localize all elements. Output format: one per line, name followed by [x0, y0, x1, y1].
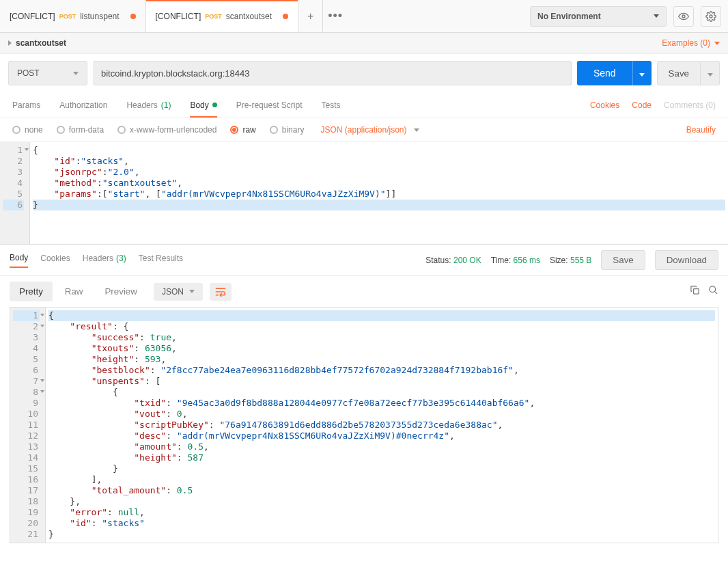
- size-value: 555 B: [570, 256, 591, 265]
- radio-icon: [117, 126, 126, 134]
- radio-urlencoded[interactable]: x-www-form-urlencoded: [117, 125, 216, 135]
- radio-none[interactable]: none: [12, 125, 43, 135]
- cookies-link[interactable]: Cookies: [590, 100, 619, 110]
- chevron-down-icon: [708, 73, 713, 77]
- tab-listunspent[interactable]: [CONFLICT] POST listunspent: [0, 0, 146, 32]
- response-view-row: Pretty Raw Preview JSON: [0, 276, 728, 307]
- chevron-down-icon: [654, 14, 659, 18]
- send-options-button[interactable]: [632, 61, 652, 85]
- radio-label: raw: [242, 125, 255, 135]
- response-tab-body[interactable]: Body: [10, 253, 28, 268]
- wrap-lines-button[interactable]: [210, 283, 232, 301]
- svg-point-1: [710, 15, 712, 18]
- response-tabs-row: Body Cookies Headers (3) Test Results St…: [0, 245, 728, 276]
- time-container: Time: 656 ms: [491, 256, 540, 265]
- radio-icon: [270, 126, 278, 134]
- response-tab-headers[interactable]: Headers (3): [83, 253, 126, 268]
- chevron-down-icon: [73, 72, 79, 75]
- method-badge: POST: [205, 13, 222, 20]
- url-input[interactable]: [93, 61, 572, 85]
- tab-headers[interactable]: Headers (1): [126, 92, 171, 118]
- tab-authorization[interactable]: Authorization: [59, 92, 107, 118]
- environment-dropdown[interactable]: No Environment: [530, 6, 667, 27]
- chevron-down-icon: [639, 73, 645, 77]
- conflict-label: [CONFLICT]: [156, 12, 201, 21]
- response-body-editor[interactable]: 123456789101112131415161718192021 { "res…: [10, 307, 718, 543]
- editor-content: { "id":"stacks", "jsonrpc":"2.0", "metho…: [30, 142, 728, 244]
- tab-title: scantxoutset: [226, 12, 272, 21]
- environment-area: No Environment: [523, 6, 728, 27]
- chevron-down-icon: [714, 42, 720, 45]
- radio-label: form-data: [69, 125, 104, 135]
- response-content: { "result": { "success": true, "txouts":…: [46, 308, 718, 543]
- svg-point-5: [710, 286, 716, 292]
- breadcrumb[interactable]: scantxoutset: [8, 38, 66, 48]
- copy-button[interactable]: [690, 285, 700, 298]
- time-label: Time:: [491, 256, 512, 265]
- radio-raw[interactable]: raw: [230, 125, 255, 135]
- status-label: Status:: [425, 256, 451, 265]
- send-button[interactable]: Send: [577, 61, 632, 85]
- search-response-button[interactable]: [708, 285, 718, 298]
- dirty-dot-icon: [130, 14, 136, 19]
- body-indicator-icon: [212, 103, 217, 107]
- collection-name: scantxoutset: [16, 38, 66, 48]
- top-bar: [CONFLICT] POST listunspent [CONFLICT] P…: [0, 0, 728, 33]
- save-response-button[interactable]: Save: [601, 250, 645, 270]
- save-button[interactable]: Save: [657, 61, 701, 85]
- tab-params[interactable]: Params: [12, 92, 40, 118]
- tab-body[interactable]: Body: [190, 92, 216, 118]
- request-body-editor[interactable]: 123456 { "id":"stacks", "jsonrpc":"2.0",…: [0, 142, 728, 245]
- caret-right-icon: [8, 40, 12, 46]
- svg-point-0: [682, 15, 685, 18]
- response-type-dropdown[interactable]: JSON: [154, 283, 203, 301]
- method-label: POST: [17, 68, 40, 78]
- tab-scantxoutset[interactable]: [CONFLICT] POST scantxoutset: [146, 0, 299, 32]
- code-link[interactable]: Code: [632, 100, 652, 110]
- svg-line-6: [714, 291, 717, 294]
- tab-tests[interactable]: Tests: [321, 92, 340, 118]
- response-tab-cookies[interactable]: Cookies: [40, 253, 70, 268]
- radio-label: x-www-form-urlencoded: [130, 125, 216, 135]
- search-icon: [708, 285, 718, 295]
- chevron-down-icon: [414, 128, 419, 132]
- tab-title: listunspent: [80, 12, 119, 21]
- save-options-button[interactable]: [701, 61, 720, 85]
- view-preview[interactable]: Preview: [95, 282, 146, 301]
- svg-rect-4: [694, 289, 699, 295]
- more-tabs-button[interactable]: •••: [323, 0, 348, 32]
- radio-formdata[interactable]: form-data: [57, 125, 104, 135]
- response-type-label: JSON: [162, 287, 184, 297]
- status-container: Status: 200 OK: [425, 256, 481, 265]
- request-url-row: POST Send Save: [0, 54, 728, 92]
- breadcrumb-row: scantxoutset Examples (0): [0, 33, 728, 54]
- settings-button[interactable]: [701, 6, 721, 27]
- add-tab-button[interactable]: +: [298, 0, 323, 32]
- size-container: Size: 555 B: [550, 256, 591, 265]
- response-gutter: 123456789101112131415161718192021: [10, 308, 46, 543]
- view-raw[interactable]: Raw: [55, 282, 93, 301]
- method-badge: POST: [59, 13, 76, 20]
- body-type-row: none form-data x-www-form-urlencoded raw…: [0, 118, 728, 142]
- eye-icon: [678, 11, 689, 22]
- radio-binary[interactable]: binary: [270, 125, 305, 135]
- view-pretty[interactable]: Pretty: [10, 282, 53, 301]
- status-value: 200 OK: [453, 256, 481, 265]
- body-label: Body: [190, 100, 208, 110]
- radio-label: binary: [282, 125, 305, 135]
- radio-icon: [230, 126, 238, 134]
- download-button[interactable]: Download: [655, 250, 718, 270]
- gear-icon: [705, 11, 716, 22]
- content-type-dropdown[interactable]: JSON (application/json): [320, 125, 419, 135]
- chevron-down-icon: [189, 290, 195, 293]
- method-dropdown[interactable]: POST: [8, 61, 87, 85]
- wrap-icon: [215, 287, 226, 297]
- preview-env-button[interactable]: [673, 6, 694, 27]
- tab-prerequest[interactable]: Pre-request Script: [236, 92, 303, 118]
- environment-label: No Environment: [537, 12, 601, 21]
- examples-button[interactable]: Examples (0): [662, 38, 720, 48]
- examples-label: Examples (0): [662, 38, 710, 48]
- response-tab-tests[interactable]: Test Results: [139, 253, 183, 268]
- comments-link[interactable]: Comments (0): [664, 100, 716, 110]
- beautify-button[interactable]: Beautify: [686, 125, 716, 135]
